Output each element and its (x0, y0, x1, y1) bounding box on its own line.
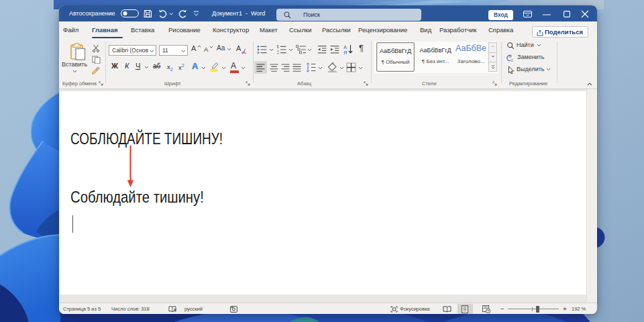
svg-text:?: ? (487, 309, 489, 313)
svg-text:c: c (511, 58, 514, 62)
svg-text:Я: Я (343, 50, 347, 55)
